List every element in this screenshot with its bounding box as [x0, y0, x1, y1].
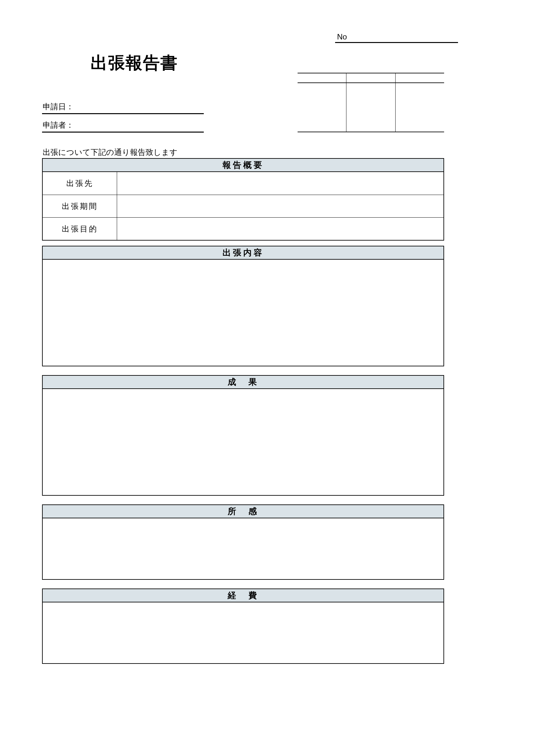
- intro-text: 出張について下記の通り報告致します: [42, 147, 178, 159]
- document-number-field[interactable]: No: [335, 32, 458, 43]
- no-label: No: [337, 32, 347, 41]
- summary-row-destination: 出張先: [43, 172, 443, 195]
- expense-body[interactable]: [42, 603, 444, 664]
- approval-body-2: [347, 83, 395, 132]
- thoughts-section: 所 感: [42, 504, 444, 580]
- period-label: 出張期間: [43, 195, 117, 217]
- summary-table: 出張先 出張期間 出張目的: [42, 172, 444, 241]
- purpose-value[interactable]: [117, 218, 443, 240]
- approval-body-1: [297, 83, 346, 132]
- result-body[interactable]: [42, 389, 444, 496]
- expense-section: 経 費: [42, 588, 444, 664]
- application-date-label: 申請日：: [43, 102, 74, 111]
- content-body[interactable]: [42, 260, 444, 366]
- destination-label: 出張先: [43, 172, 117, 195]
- result-section: 成 果: [42, 375, 444, 496]
- content-header: 出張内容: [42, 246, 444, 260]
- summary-row-purpose: 出張目的: [43, 217, 443, 240]
- thoughts-body[interactable]: [42, 518, 444, 580]
- approval-header-1: [297, 73, 346, 83]
- result-header: 成 果: [42, 375, 444, 389]
- approval-cell-3[interactable]: [395, 73, 444, 132]
- approval-stamp-box: [297, 73, 444, 132]
- application-date-field[interactable]: 申請日：: [42, 100, 204, 114]
- applicant-block: 申請日： 申請者：: [42, 100, 204, 137]
- summary-section: 報告概要 出張先 出張期間 出張目的: [42, 158, 444, 241]
- summary-row-period: 出張期間: [43, 195, 443, 217]
- applicant-name-label: 申請者：: [43, 121, 74, 129]
- approval-cell-1[interactable]: [297, 73, 346, 132]
- expense-header: 経 費: [42, 588, 444, 603]
- approval-cell-2[interactable]: [346, 73, 395, 132]
- summary-header: 報告概要: [42, 158, 444, 172]
- applicant-name-field[interactable]: 申請者：: [42, 119, 204, 133]
- approval-body-3: [396, 83, 444, 132]
- document-title: 出張報告書: [91, 52, 178, 74]
- purpose-label: 出張目的: [43, 218, 117, 240]
- thoughts-header: 所 感: [42, 504, 444, 518]
- content-section: 出張内容: [42, 246, 444, 366]
- period-value[interactable]: [117, 195, 443, 217]
- approval-header-2: [347, 73, 395, 83]
- destination-value[interactable]: [117, 172, 443, 195]
- approval-header-3: [396, 73, 444, 83]
